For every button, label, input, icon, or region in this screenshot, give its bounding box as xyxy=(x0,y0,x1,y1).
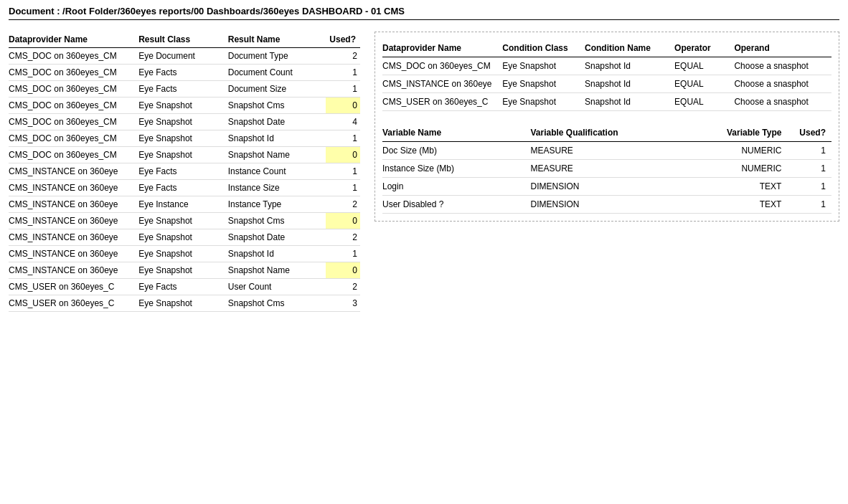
left-cell-used: 2 xyxy=(326,48,360,65)
left-cell-result-class: Eye Instance xyxy=(138,196,228,213)
rcol-header-operand: Operand xyxy=(734,39,831,57)
left-cell-used: 2 xyxy=(326,229,360,246)
left-cell-used: 0 xyxy=(326,262,360,279)
rbcell-varname: Instance Size (Mb) xyxy=(382,160,531,178)
col-header-result-name: Result Name xyxy=(228,32,326,48)
right-top-table: Dataprovider Name Condition Class Condit… xyxy=(382,39,831,111)
left-cell-dataprovider: CMS_DOC on 360eyes_CM xyxy=(9,48,138,65)
left-cell-dataprovider: CMS_USER on 360eyes_C xyxy=(9,279,138,295)
left-cell-result-name: Snapshot Cms xyxy=(228,98,326,114)
left-cell-result-class: Eye Snapshot xyxy=(138,98,228,114)
left-cell-dataprovider: CMS_DOC on 360eyes_CM xyxy=(9,81,138,98)
rbcell-varname: Login xyxy=(382,178,531,196)
left-cell-result-class: Eye Snapshot xyxy=(138,229,228,246)
left-cell-dataprovider: CMS_DOC on 360eyes_CM xyxy=(9,65,138,81)
left-cell-result-class: Eye Snapshot xyxy=(138,130,228,147)
left-table-row: CMS_INSTANCE on 360eyeEye FactsInstance … xyxy=(9,180,360,196)
right-bottom-table-row: User Disabled ?DIMENSIONTEXT1 xyxy=(382,196,831,214)
left-table-row: CMS_DOC on 360eyes_CMEye SnapshotSnapsho… xyxy=(9,98,360,114)
left-cell-result-class: Eye Snapshot xyxy=(138,246,228,262)
rtcell-condition-class: Eye Snapshot xyxy=(502,75,585,93)
rtcell-operand: Choose a snasphot xyxy=(734,93,831,111)
vcol-header-used: Used? xyxy=(787,124,831,142)
left-cell-dataprovider: CMS_USER on 360eyes_C xyxy=(9,295,138,312)
left-table-row: CMS_INSTANCE on 360eyeEye InstanceInstan… xyxy=(9,196,360,213)
left-cell-used: 0 xyxy=(326,213,360,229)
left-cell-result-name: Snapshot Id xyxy=(228,130,326,147)
left-cell-dataprovider: CMS_INSTANCE on 360eye xyxy=(9,163,138,180)
rbcell-vartype: TEXT xyxy=(689,196,788,214)
left-cell-used: 2 xyxy=(326,279,360,295)
left-cell-result-name: Snapshot Id xyxy=(228,246,326,262)
vcol-header-vartype: Variable Type xyxy=(689,124,788,142)
left-cell-result-name: Document Size xyxy=(228,81,326,98)
left-cell-dataprovider: CMS_DOC on 360eyes_CM xyxy=(9,114,138,130)
rbcell-vartype: TEXT xyxy=(689,178,788,196)
left-table-row: CMS_INSTANCE on 360eyeEye FactsInstance … xyxy=(9,163,360,180)
rtcell-operand: Choose a snasphot xyxy=(734,75,831,93)
rcol-header-condition-name: Condition Name xyxy=(585,39,674,57)
left-cell-result-name: Instance Size xyxy=(228,180,326,196)
rtcell-operator: EQUAL xyxy=(674,93,734,111)
left-cell-result-name: Snapshot Date xyxy=(228,229,326,246)
vcol-header-varqual: Variable Qualification xyxy=(531,124,689,142)
left-table-row: CMS_USER on 360eyes_CEye SnapshotSnapsho… xyxy=(9,295,360,312)
left-table: Dataprovider Name Result Class Result Na… xyxy=(9,32,360,312)
left-cell-used: 4 xyxy=(326,114,360,130)
rtcell-dataprovider: CMS_USER on 360eyes_C xyxy=(382,93,502,111)
left-cell-result-class: Eye Snapshot xyxy=(138,147,228,163)
left-cell-used: 1 xyxy=(326,65,360,81)
left-cell-dataprovider: CMS_INSTANCE on 360eye xyxy=(9,180,138,196)
left-table-row: CMS_DOC on 360eyes_CMEye FactsDocument S… xyxy=(9,81,360,98)
left-cell-result-name: Snapshot Cms xyxy=(228,213,326,229)
left-cell-dataprovider: CMS_INSTANCE on 360eye xyxy=(9,246,138,262)
left-cell-used: 3 xyxy=(326,295,360,312)
left-cell-used: 1 xyxy=(326,81,360,98)
rbcell-varname: User Disabled ? xyxy=(382,196,531,214)
rbcell-varqual: DIMENSION xyxy=(531,196,689,214)
rbcell-vartype: NUMERIC xyxy=(689,142,788,160)
left-cell-result-class: Eye Facts xyxy=(138,65,228,81)
left-cell-used: 1 xyxy=(326,246,360,262)
left-cell-result-class: Eye Facts xyxy=(138,163,228,180)
left-cell-dataprovider: CMS_DOC on 360eyes_CM xyxy=(9,130,138,147)
left-table-row: CMS_INSTANCE on 360eyeEye SnapshotSnapsh… xyxy=(9,213,360,229)
left-table-row: CMS_INSTANCE on 360eyeEye SnapshotSnapsh… xyxy=(9,246,360,262)
col-header-dataprovider: Dataprovider Name xyxy=(9,32,138,48)
rtcell-operand: Choose a snasphot xyxy=(734,57,831,75)
rtcell-condition-name: Snapshot Id xyxy=(585,93,674,111)
col-header-used: Used? xyxy=(326,32,360,48)
left-cell-result-name: Document Count xyxy=(228,65,326,81)
left-cell-result-name: Snapshot Name xyxy=(228,147,326,163)
rbcell-varname: Doc Size (Mb) xyxy=(382,142,531,160)
rtcell-condition-name: Snapshot Id xyxy=(585,75,674,93)
rbcell-used: 1 xyxy=(787,178,831,196)
document-title: Document : /Root Folder/360eyes reports/… xyxy=(9,6,839,20)
right-panel: Dataprovider Name Condition Class Condit… xyxy=(374,32,839,222)
left-cell-dataprovider: CMS_INSTANCE on 360eye xyxy=(9,262,138,279)
left-panel: Dataprovider Name Result Class Result Na… xyxy=(9,32,360,312)
rbcell-varqual: MEASURE xyxy=(531,142,689,160)
left-cell-result-class: Eye Snapshot xyxy=(138,213,228,229)
left-cell-result-class: Eye Facts xyxy=(138,279,228,295)
left-cell-dataprovider: CMS_DOC on 360eyes_CM xyxy=(9,147,138,163)
rtcell-condition-class: Eye Snapshot xyxy=(502,57,585,75)
left-table-row: CMS_USER on 360eyes_CEye FactsUser Count… xyxy=(9,279,360,295)
rtcell-condition-name: Snapshot Id xyxy=(585,57,674,75)
rbcell-used: 1 xyxy=(787,196,831,214)
left-cell-used: 2 xyxy=(326,196,360,213)
left-cell-result-name: Document Type xyxy=(228,48,326,65)
left-table-row: CMS_INSTANCE on 360eyeEye SnapshotSnapsh… xyxy=(9,229,360,246)
rtcell-dataprovider: CMS_INSTANCE on 360eye xyxy=(382,75,502,93)
left-cell-result-class: Eye Snapshot xyxy=(138,114,228,130)
rbcell-used: 1 xyxy=(787,160,831,178)
left-table-row: CMS_DOC on 360eyes_CMEye SnapshotSnapsho… xyxy=(9,130,360,147)
left-cell-result-class: Eye Document xyxy=(138,48,228,65)
right-top-table-row: CMS_DOC on 360eyes_CMEye SnapshotSnapsho… xyxy=(382,57,831,75)
rtcell-dataprovider: CMS_DOC on 360eyes_CM xyxy=(382,57,502,75)
col-header-result-class: Result Class xyxy=(138,32,228,48)
rbcell-used: 1 xyxy=(787,142,831,160)
rtcell-condition-class: Eye Snapshot xyxy=(502,93,585,111)
left-cell-result-name: Instance Type xyxy=(228,196,326,213)
left-cell-used: 1 xyxy=(326,180,360,196)
